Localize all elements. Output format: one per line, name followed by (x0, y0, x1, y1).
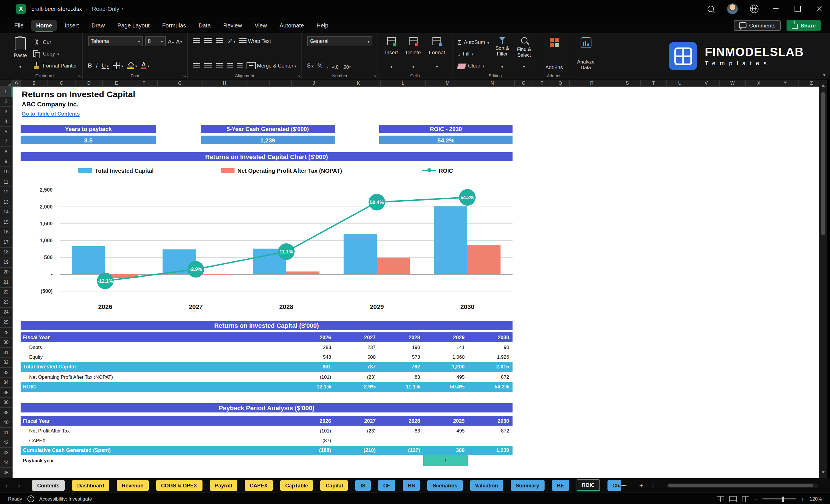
value-cell[interactable]: (127) (379, 446, 423, 456)
year-header-cell[interactable]: 2027 (334, 333, 379, 342)
value-cell[interactable]: - (290, 455, 334, 465)
decrease-indent-button[interactable] (227, 63, 233, 68)
select-all-corner[interactable] (0, 80, 12, 87)
format-cells-button[interactable]: Format (427, 36, 447, 71)
tabs-scroll-left-icon[interactable]: ‹ (0, 481, 12, 490)
row-header-36[interactable]: 36 (0, 398, 12, 408)
column-header-D[interactable]: D (75, 80, 103, 87)
copy-button[interactable]: Copy (33, 49, 77, 59)
clear-button[interactable]: Clear (458, 61, 489, 70)
value-cell[interactable]: 548 (290, 352, 334, 362)
value-cell[interactable]: 1,200 (423, 362, 468, 372)
value-cell[interactable]: 54.2% (468, 382, 513, 392)
row-header-41[interactable]: 41 (0, 428, 12, 438)
row-header-28[interactable]: 28 (0, 328, 12, 338)
sheet-tab-bs[interactable]: BS (403, 480, 420, 491)
column-header-H[interactable]: H (202, 80, 247, 87)
value-cell[interactable]: - (468, 436, 513, 446)
paste-button[interactable]: Paste (12, 36, 29, 71)
sheet-tab-capex[interactable]: CAPEX (245, 480, 273, 491)
fiscal-year-header[interactable]: Fiscal Year (21, 333, 290, 342)
vertical-scrollbar[interactable] (819, 80, 827, 478)
read-only-label[interactable]: Read-Only (92, 5, 119, 12)
row-header-24[interactable]: 24 (0, 308, 12, 317)
value-cell[interactable]: 573 (379, 352, 423, 362)
zoom-in-button[interactable] (801, 496, 804, 502)
value-cell[interactable]: 872 (468, 426, 513, 436)
value-cell[interactable]: 872 (468, 372, 513, 382)
year-header-cell[interactable]: 2029 (423, 333, 468, 342)
worksheet[interactable]: Returns on Invested Capital ABC Company … (12, 87, 819, 478)
normal-view-icon[interactable] (716, 496, 724, 502)
row-header-20[interactable]: 20 (0, 267, 12, 278)
accessibility-status[interactable]: Accessibility: Investigate (39, 496, 92, 502)
dialog-launcher-icon[interactable] (297, 74, 300, 78)
row-header-44[interactable]: 44 (0, 458, 12, 468)
font-size-select[interactable]: 8 (145, 36, 166, 46)
align-top-button[interactable] (193, 38, 200, 44)
find-select-button[interactable]: Find &Select (515, 36, 533, 71)
insert-cells-button[interactable]: Insert (383, 36, 400, 71)
row-header-5[interactable]: 5 (0, 127, 12, 137)
value-cell[interactable]: 237 (334, 342, 379, 352)
value-cell[interactable]: - (334, 436, 379, 446)
orientation-button[interactable] (227, 38, 235, 44)
value-cell[interactable]: 1,060 (423, 352, 468, 362)
zoom-slider-thumb[interactable] (782, 496, 784, 501)
ribbon-tab-data[interactable]: Data (193, 20, 216, 31)
row-header-32[interactable]: 32 (0, 358, 12, 368)
value-cell[interactable]: (87) (290, 436, 334, 446)
row-header-1[interactable]: 1 (0, 87, 12, 97)
analyze-data-button[interactable]: AnalyzeData (575, 36, 596, 71)
scroll-down-icon[interactable] (822, 471, 825, 474)
column-header-I[interactable]: I (247, 80, 292, 87)
italic-button[interactable]: I (96, 62, 98, 69)
align-right-button[interactable] (216, 63, 223, 68)
sort-filter-button[interactable]: Sort &Filter (493, 36, 511, 71)
value-cell[interactable]: - (334, 455, 379, 465)
row-header-45[interactable]: 45 (0, 468, 12, 478)
sheet-tab-payroll[interactable]: Payroll (210, 480, 237, 491)
autosum-button[interactable]: AutoSum (458, 37, 489, 47)
column-header-Y[interactable]: Y (772, 80, 799, 87)
ribbon-tab-draw[interactable]: Draw (86, 20, 110, 31)
toc-link[interactable]: Go to Table of Contents (22, 111, 80, 117)
zoom-level[interactable]: 120% (810, 496, 822, 502)
currency-format-button[interactable]: $ (307, 62, 314, 69)
ribbon-tab-review[interactable]: Review (218, 20, 247, 31)
column-header-C[interactable]: C (48, 80, 75, 87)
tabs-scroll-right-icon[interactable]: › (12, 481, 25, 490)
row-header-16[interactable]: 16 (0, 227, 12, 238)
column-header-W[interactable]: W (720, 80, 746, 87)
merge-center-button[interactable]: Merge & Center (247, 62, 296, 69)
value-cell[interactable]: 83 (379, 372, 423, 382)
row-header-25[interactable]: 25 (0, 317, 12, 327)
sheet-tab-capital[interactable]: Capital (321, 480, 348, 491)
ribbon-tab-view[interactable]: View (249, 20, 272, 31)
column-header-B[interactable]: B (21, 80, 48, 87)
row-label-cell[interactable]: Net Profit After Tax (21, 426, 290, 436)
increase-decimal-button[interactable] (332, 60, 338, 71)
column-header-J[interactable]: J (292, 80, 337, 87)
zoom-out-button[interactable] (754, 496, 758, 502)
year-header-cell[interactable]: 2028 (379, 333, 423, 342)
value-cell[interactable]: (23) (334, 372, 379, 382)
row-label-cell[interactable]: Equity (21, 352, 290, 362)
row-header-18[interactable]: 18 (0, 247, 12, 257)
align-middle-button[interactable] (204, 38, 212, 44)
sheet-tab-dashboard[interactable]: Dashboard (72, 480, 109, 491)
vertical-scroll-thumb[interactable] (821, 92, 825, 235)
column-header-G[interactable]: G (158, 80, 202, 87)
value-cell[interactable]: 2,015 (468, 362, 513, 372)
format-painter-button[interactable]: Format Painter (33, 61, 77, 70)
comma-format-button[interactable]: , (327, 62, 328, 69)
dialog-launcher-icon[interactable] (77, 74, 81, 78)
row-header-2[interactable]: 2 (0, 97, 12, 107)
value-cell[interactable]: (101) (290, 372, 334, 382)
sheet-options-icon[interactable]: ⋮ (650, 482, 656, 489)
row-label-cell[interactable]: Cumulative Cash Generated (Spent) (21, 446, 290, 456)
year-header-cell[interactable]: 2030 (468, 416, 513, 426)
sheet-tab-summary[interactable]: Summary (511, 480, 544, 491)
sheet-tab-valuation[interactable]: Valuation (470, 480, 503, 491)
value-cell[interactable]: 141 (423, 342, 468, 352)
